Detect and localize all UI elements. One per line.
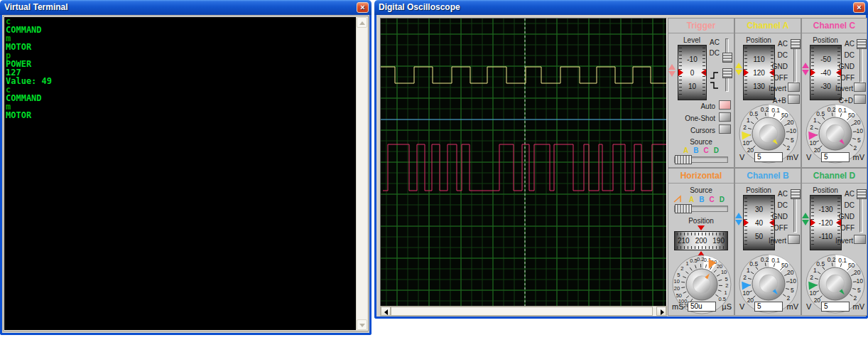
- invert-button[interactable]: [788, 83, 800, 92]
- invert-label: Invert: [752, 237, 786, 245]
- source-channel-c[interactable]: C: [710, 196, 715, 203]
- trigger-cursor-arrows[interactable]: [668, 63, 677, 78]
- volts-unit: V: [806, 302, 811, 311]
- volts-unit: V: [739, 153, 744, 161]
- coupling-switch[interactable]: [857, 189, 867, 233]
- virtual-terminal-titlebar[interactable]: Virtual Terminal ×: [0, 0, 371, 15]
- position-cursor-arrows[interactable]: [802, 211, 810, 227]
- terminal-screen[interactable]: cCOMMANDmMOTORpPOWER127Value: 49cCOMMAND…: [4, 17, 356, 330]
- svg-text:5: 5: [791, 137, 794, 144]
- panel-title: Channel D: [802, 169, 867, 184]
- svg-text:5: 5: [791, 287, 794, 294]
- terminal-line: POWER: [4, 60, 356, 68]
- svg-text:20: 20: [787, 269, 794, 276]
- gain-value[interactable]: 5: [821, 152, 850, 162]
- terminal-line: COMMAND: [4, 26, 356, 34]
- close-icon[interactable]: ×: [357, 2, 369, 13]
- svg-text:2: 2: [854, 144, 857, 152]
- position-cursor-arrows[interactable]: [802, 61, 810, 77]
- scrollbar-thumb[interactable]: [391, 307, 653, 316]
- source-channel-d[interactable]: D: [714, 147, 719, 154]
- auto-label: Auto: [676, 102, 715, 110]
- coupling-switch[interactable]: [857, 39, 867, 83]
- svg-text:2: 2: [743, 124, 747, 131]
- terminal-scrollbar[interactable]: [356, 17, 367, 330]
- svg-text:1: 1: [813, 267, 817, 274]
- svg-text:1: 1: [813, 117, 817, 124]
- svg-text:2: 2: [680, 265, 683, 272]
- source-label: Source: [668, 186, 734, 194]
- svg-text:1: 1: [686, 260, 689, 267]
- source-channel-c[interactable]: C: [704, 147, 709, 154]
- svg-text:10: 10: [743, 139, 750, 147]
- scroll-right-button[interactable]: [656, 307, 666, 316]
- scroll-down-button[interactable]: [357, 319, 367, 330]
- gain-value[interactable]: 5: [754, 152, 783, 162]
- arrow-right-icon: [661, 309, 664, 315]
- scroll-left-button[interactable]: [381, 307, 391, 316]
- svg-text:2: 2: [810, 274, 813, 281]
- trigger-source-slider[interactable]: [674, 156, 728, 163]
- source-label: Source: [668, 138, 734, 146]
- svg-text:20: 20: [814, 297, 821, 304]
- source-channel-b[interactable]: B: [693, 147, 698, 154]
- terminal-line: m: [4, 34, 356, 43]
- svg-text:5: 5: [857, 287, 861, 294]
- invert-label: Invert: [752, 85, 786, 92]
- invert-button[interactable]: [854, 83, 866, 92]
- source-channel-d[interactable]: D: [720, 196, 725, 203]
- coupling-switch[interactable]: [791, 189, 801, 233]
- falling-edge-icon: [710, 81, 720, 90]
- svg-text:0.5: 0.5: [816, 260, 825, 267]
- svg-text:10: 10: [790, 127, 797, 134]
- invert-button[interactable]: [788, 235, 800, 244]
- svg-text:10: 10: [810, 289, 817, 297]
- one-shot-button[interactable]: [719, 112, 731, 122]
- gain-value[interactable]: 5: [754, 302, 783, 312]
- close-icon[interactable]: ×: [853, 2, 865, 13]
- svg-text:0.1: 0.1: [771, 107, 780, 114]
- sum-button[interactable]: [788, 95, 800, 104]
- oscilloscope-window: Digital Oscilloscope × Trigger Level -10…: [374, 15, 868, 319]
- trigger-panel: Trigger Level -10 0 10 AC DC Auto: [668, 18, 734, 168]
- svg-text:10: 10: [721, 269, 727, 275]
- scroll-up-button[interactable]: [357, 17, 367, 28]
- horizontal-source-slider[interactable]: [674, 206, 728, 212]
- auto-button[interactable]: [719, 100, 731, 110]
- desktop: Virtual Terminal × cCOMMANDmMOTORpPOWER1…: [0, 0, 868, 340]
- oscilloscope-titlebar[interactable]: Digital Oscilloscope ×: [374, 0, 868, 15]
- gain-value[interactable]: 5: [821, 302, 850, 312]
- svg-text:2: 2: [810, 124, 813, 131]
- invert-button[interactable]: [854, 235, 866, 244]
- trigger-coupling-switch[interactable]: [722, 38, 732, 63]
- svg-text:0.2: 0.2: [761, 256, 769, 263]
- position-cursor-left: [810, 219, 815, 226]
- position-cursor-arrows[interactable]: [735, 61, 744, 77]
- timebase-value[interactable]: 50u: [688, 302, 716, 312]
- terminal-line: Value: 49: [4, 77, 356, 85]
- svg-text:5: 5: [725, 276, 728, 282]
- terminal-line: c: [4, 85, 356, 94]
- terminal-line: p: [4, 51, 356, 60]
- millivolts-unit: mV: [787, 302, 799, 311]
- position-cursor-arrows[interactable]: [735, 211, 744, 227]
- svg-text:5: 5: [677, 272, 680, 278]
- svg-text:10: 10: [674, 278, 680, 285]
- position-cursor-left: [744, 69, 749, 76]
- svg-text:0.2: 0.2: [761, 106, 769, 113]
- timebase-scrollbar[interactable]: [380, 306, 667, 317]
- trigger-edge-switch[interactable]: [722, 68, 732, 92]
- volts-unit: V: [806, 153, 811, 161]
- source-channel-a[interactable]: A: [689, 196, 694, 203]
- source-channel-a[interactable]: A: [683, 147, 688, 154]
- svg-text:2: 2: [725, 282, 728, 289]
- horizontal-position-scale[interactable]: 210 200 190: [674, 231, 728, 250]
- level-cursor-right: [701, 69, 706, 76]
- source-channel-b[interactable]: B: [699, 196, 704, 203]
- svg-text:0.1: 0.1: [838, 107, 847, 114]
- millivolts-unit: mV: [787, 153, 799, 161]
- coupling-switch[interactable]: [791, 39, 801, 83]
- trigger-source-letters: ABCD: [668, 147, 734, 154]
- cursors-button[interactable]: [719, 124, 731, 134]
- sum-button[interactable]: [854, 95, 866, 104]
